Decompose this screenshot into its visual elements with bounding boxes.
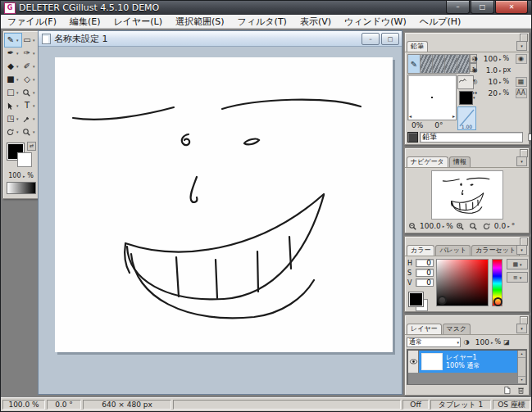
layer-visibility-toggle[interactable] — [408, 351, 419, 373]
pen-color-swatch[interactable] — [459, 91, 473, 105]
tool-variant-arrow[interactable]: ▾ — [33, 38, 35, 43]
brush-preset[interactable] — [432, 54, 445, 74]
maximize-button[interactable]: □ — [471, 1, 494, 14]
color-foreground-swatch[interactable] — [409, 292, 423, 306]
text-tool[interactable]: T▾ — [21, 99, 38, 112]
pen-taper-spinner[interactable]: ▸ — [499, 91, 502, 96]
tab-mask[interactable]: マスク — [443, 324, 471, 334]
swap-colors-button[interactable]: ⇄ — [27, 142, 36, 151]
tool-variant-arrow[interactable]: ▾ — [16, 116, 19, 121]
layer-opacity-spinner[interactable]: ▸ — [491, 340, 493, 345]
brush-preset[interactable] — [420, 54, 433, 74]
document-minimize-button[interactable]: – — [361, 33, 380, 45]
navigator-angle-spinner[interactable]: ▸ — [507, 224, 510, 229]
gradient-strip[interactable]: ▾ — [7, 182, 36, 194]
hue-input[interactable] — [416, 259, 434, 267]
new-layer-button[interactable] — [501, 385, 512, 396]
brush-tip-preview[interactable]: ◂ ▸ — [407, 75, 457, 120]
navigator-menu-arrow[interactable]: ▾ — [516, 156, 527, 166]
scroll-up-arrow[interactable]: ▴ — [518, 351, 525, 358]
tool-variant-arrow[interactable]: ▾ — [16, 90, 19, 95]
menu-window[interactable]: ウィンドウ(W) — [338, 15, 413, 28]
document-maximize-button[interactable]: □ — [381, 33, 399, 45]
tool-variant-arrow[interactable]: ▾ — [16, 64, 19, 69]
close-button[interactable]: ✕ — [495, 1, 528, 14]
pen-tool[interactable]: ✒▾ — [5, 47, 21, 60]
tool-variant-arrow[interactable]: ▾ — [16, 38, 19, 43]
brush-preset[interactable] — [457, 54, 470, 74]
color-list-button[interactable]: ≡ ▾ — [507, 272, 528, 283]
tool-variant-arrow[interactable]: ▾ — [33, 90, 35, 95]
value-input[interactable] — [416, 278, 434, 287]
scroll-down-arrow[interactable]: ▾ — [518, 376, 525, 383]
blend-mode-select[interactable]: 通常 ▾ — [407, 337, 461, 347]
pen-softness-spinner[interactable]: ▸ — [499, 79, 502, 84]
nib-pen-tool[interactable]: ✑▾ — [21, 47, 38, 60]
tab-colorset[interactable]: カラーセット — [471, 245, 520, 256]
brush-preset-pencil[interactable]: ✎ — [407, 54, 421, 74]
pen-opacity-value[interactable]: 100 — [480, 55, 498, 63]
ink-tool[interactable]: ◆▾ — [5, 60, 21, 73]
tool-variant-arrow[interactable]: ▾ — [16, 129, 19, 134]
drawing-canvas[interactable] — [55, 57, 393, 352]
magnifier-tool[interactable]: ▾ — [21, 86, 38, 99]
color-menu-arrow[interactable]: ▾ — [516, 245, 527, 255]
hue-cursor[interactable] — [493, 297, 502, 306]
navigator-zoom-value[interactable]: 100.0 — [420, 222, 441, 230]
tool-variant-arrow[interactable]: ▾ — [33, 129, 35, 134]
layers-menu-arrow[interactable]: ▾ — [516, 324, 527, 333]
edge-softness-icon[interactable]: ◉ — [516, 54, 527, 64]
zoom-out-button[interactable] — [407, 221, 418, 232]
layer-opacity-value[interactable]: 100 — [472, 338, 489, 346]
tool-variant-arrow[interactable]: ▾ — [16, 103, 19, 108]
eyedropper-tool[interactable]: ▾ — [21, 112, 38, 125]
minimize-button[interactable]: – — [446, 1, 470, 14]
layer-scrollbar[interactable]: ▴ ▾ — [517, 351, 525, 383]
transform-tool[interactable]: ◳▾ — [5, 112, 21, 125]
tab-layers[interactable]: レイヤー — [407, 324, 442, 334]
zoom-fit-button[interactable] — [468, 221, 480, 232]
navigator-thumbnail[interactable] — [431, 170, 503, 220]
tone-tool[interactable]: ■▾ — [5, 73, 21, 86]
eraser-tool[interactable]: ▭▾ — [21, 34, 38, 47]
move-tool[interactable]: ▾ — [5, 99, 21, 112]
rotate-canvas-tool[interactable]: ▾ — [5, 125, 21, 138]
pen-taper-value[interactable]: 20 — [480, 89, 498, 97]
saturation-value-square[interactable] — [436, 259, 489, 306]
navigator-zoom-spinner[interactable]: ▸ — [443, 224, 445, 229]
tool-variant-arrow[interactable]: ▾ — [33, 51, 35, 56]
menu-file[interactable]: ファイル(F) — [1, 15, 63, 28]
tool-variant-arrow[interactable]: ▾ — [33, 116, 35, 121]
pen-size-spinner[interactable]: ▸ — [499, 68, 502, 73]
antialias-icon[interactable]: AA — [516, 88, 527, 98]
select-tool[interactable]: □▾ — [5, 86, 21, 99]
pen-color-arrow[interactable]: ▾ — [473, 95, 475, 100]
navigator-angle-value[interactable]: 0.0 — [494, 222, 506, 230]
menu-selection[interactable]: 選択範囲(S) — [169, 15, 231, 28]
preview-right-arrow[interactable]: ▸ — [452, 113, 455, 119]
scatter-icon[interactable]: ▦ — [516, 77, 527, 87]
tool-variant-arrow[interactable]: ▾ — [16, 77, 19, 82]
pressure-gamma-cell[interactable]: 1.00 — [457, 106, 476, 130]
delete-layer-button[interactable] — [515, 385, 526, 396]
menu-layer[interactable]: レイヤー(L) — [107, 15, 170, 28]
tool-opacity-value[interactable]: 100 ▸ % — [5, 172, 37, 179]
color-mode-button[interactable]: ▦ ▾ — [507, 259, 528, 269]
pen-panel-menu-arrow[interactable]: ▾ — [516, 41, 527, 51]
menu-help[interactable]: ヘルプ(H) — [413, 15, 468, 28]
background-color-swatch[interactable] — [17, 152, 32, 167]
zoom-in-button[interactable] — [455, 221, 466, 232]
tool-variant-arrow[interactable]: ▾ — [16, 51, 19, 56]
pen-name-input[interactable] — [420, 132, 523, 143]
tool-variant-arrow[interactable]: ▾ — [33, 103, 35, 108]
tab-color[interactable]: カラー — [407, 245, 434, 256]
hue-bar[interactable] — [492, 259, 502, 306]
rotate-view-button[interactable] — [481, 221, 493, 232]
new-pen-button[interactable] — [525, 132, 532, 143]
pen-softness-value[interactable]: 10 — [480, 78, 498, 86]
pressure-curve-button[interactable] — [457, 75, 474, 89]
preview-left-arrow[interactable]: ◂ — [409, 113, 412, 119]
document-title-bar[interactable]: 名称未設定 1 – □ — [39, 31, 402, 47]
menu-view[interactable]: 表示(V) — [293, 15, 338, 28]
brush-preset[interactable] — [444, 54, 457, 74]
